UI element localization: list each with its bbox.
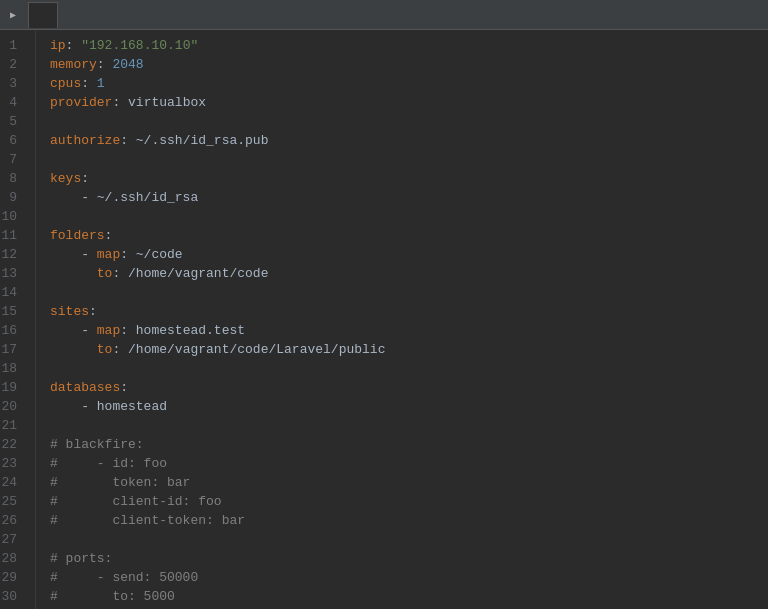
code-line <box>50 359 768 378</box>
comment-token: # - send: 50000 <box>50 568 198 587</box>
plain-token: - <box>50 245 97 264</box>
line-number: 21 <box>0 416 25 435</box>
code-line: # token: bar <box>50 473 768 492</box>
plain-token: : /home/vagrant/code/Laravel/public <box>112 340 385 359</box>
plain-token <box>50 340 97 359</box>
code-line <box>50 530 768 549</box>
code-line: # to: 5000 <box>50 587 768 606</box>
line-number: 27 <box>0 530 25 549</box>
code-line: provider: virtualbox <box>50 93 768 112</box>
key-token: authorize <box>50 131 120 150</box>
plain-token: - homestead <box>50 397 167 416</box>
key-token: to <box>97 340 113 359</box>
line-number: 23 <box>0 454 25 473</box>
key-token: to <box>97 264 113 283</box>
key-token: map <box>97 321 120 340</box>
line-number: 2 <box>0 55 25 74</box>
title-bar: ▶ <box>0 0 768 30</box>
line-number: 15 <box>0 302 25 321</box>
plain-token: : <box>66 36 82 55</box>
plain-token: : ~/.ssh/id_rsa.pub <box>120 131 268 150</box>
line-number: 28 <box>0 549 25 568</box>
plain-token: : <box>81 74 97 93</box>
code-line: # blackfire: <box>50 435 768 454</box>
code-line <box>50 150 768 169</box>
key-token: provider <box>50 93 112 112</box>
line-number: 26 <box>0 511 25 530</box>
line-number: 3 <box>0 74 25 93</box>
code-line <box>50 112 768 131</box>
code-line: - map: homestead.test <box>50 321 768 340</box>
editor: 1234567891011121314151617181920212223242… <box>0 30 768 609</box>
line-number: 16 <box>0 321 25 340</box>
code-line <box>50 207 768 226</box>
plain-token: : <box>81 169 89 188</box>
comment-token: # client-token: bar <box>50 511 245 530</box>
line-number: 29 <box>0 568 25 587</box>
key-token: keys <box>50 169 81 188</box>
file-tab[interactable] <box>28 2 58 28</box>
key-token: memory <box>50 55 97 74</box>
line-number: 18 <box>0 359 25 378</box>
code-line <box>50 416 768 435</box>
line-number: 20 <box>0 397 25 416</box>
key-token: sites <box>50 302 89 321</box>
code-line: memory: 2048 <box>50 55 768 74</box>
comment-token: # to: 5000 <box>50 587 175 606</box>
plain-token: : ~/code <box>120 245 182 264</box>
code-line: # - send: 50000 <box>50 568 768 587</box>
code-line: # client-id: foo <box>50 492 768 511</box>
key-token: folders <box>50 226 105 245</box>
line-number: 9 <box>0 188 25 207</box>
code-line: - map: ~/code <box>50 245 768 264</box>
comment-token: # token: bar <box>50 473 190 492</box>
plain-token: : <box>89 302 97 321</box>
line-number: 5 <box>0 112 25 131</box>
code-content[interactable]: ip: "192.168.10.10"memory: 2048cpus: 1pr… <box>36 30 768 609</box>
line-number: 1 <box>0 36 25 55</box>
line-number: 19 <box>0 378 25 397</box>
title-bar-left: ▶ <box>4 2 58 28</box>
comment-token: # client-id: foo <box>50 492 222 511</box>
plain-token: : <box>120 378 128 397</box>
line-number: 30 <box>0 587 25 606</box>
line-number: 7 <box>0 150 25 169</box>
line-number: 24 <box>0 473 25 492</box>
code-line: folders: <box>50 226 768 245</box>
code-line: sites: <box>50 302 768 321</box>
plain-token: : <box>105 226 113 245</box>
code-line: # client-token: bar <box>50 511 768 530</box>
plain-token <box>50 264 97 283</box>
key-token: databases <box>50 378 120 397</box>
line-number: 25 <box>0 492 25 511</box>
code-line: # ports: <box>50 549 768 568</box>
line-number: 8 <box>0 169 25 188</box>
play-icon[interactable]: ▶ <box>4 6 22 24</box>
line-number: 11 <box>0 226 25 245</box>
code-line: # - id: foo <box>50 454 768 473</box>
code-line: - homestead <box>50 397 768 416</box>
code-line: to: /home/vagrant/code <box>50 264 768 283</box>
code-line: databases: <box>50 378 768 397</box>
line-number: 14 <box>0 283 25 302</box>
comment-token: # blackfire: <box>50 435 144 454</box>
line-number: 13 <box>0 264 25 283</box>
line-number: 17 <box>0 340 25 359</box>
number-token: 2048 <box>112 55 143 74</box>
line-number: 12 <box>0 245 25 264</box>
plain-token: - ~/.ssh/id_rsa <box>50 188 198 207</box>
comment-token: # - id: foo <box>50 454 167 473</box>
plain-token: : /home/vagrant/code <box>112 264 268 283</box>
plain-token: : <box>97 55 113 74</box>
line-numbers: 1234567891011121314151617181920212223242… <box>0 30 36 609</box>
plain-token: : virtualbox <box>112 93 206 112</box>
code-line: keys: <box>50 169 768 188</box>
code-line: authorize: ~/.ssh/id_rsa.pub <box>50 131 768 150</box>
plain-token: - <box>50 321 97 340</box>
code-line: - ~/.ssh/id_rsa <box>50 188 768 207</box>
line-number: 22 <box>0 435 25 454</box>
key-token: ip <box>50 36 66 55</box>
code-line: cpus: 1 <box>50 74 768 93</box>
line-number: 6 <box>0 131 25 150</box>
comment-token: # ports: <box>50 549 112 568</box>
